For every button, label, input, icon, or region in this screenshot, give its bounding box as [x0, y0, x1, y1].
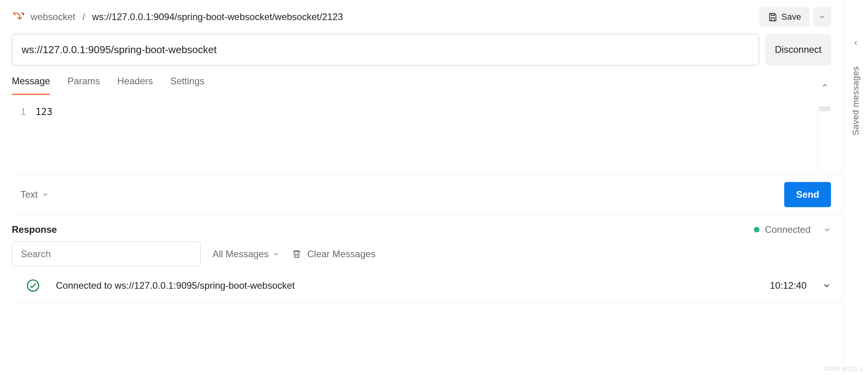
connection-status: Connected	[754, 224, 831, 235]
disconnect-button[interactable]: Disconnect	[765, 34, 831, 65]
chevron-down-icon	[42, 191, 49, 198]
save-button[interactable]: Save	[759, 7, 810, 27]
breadcrumb-separator: /	[82, 11, 85, 22]
editor-gutter: 1	[12, 106, 35, 174]
message-time: 10:12:40	[770, 280, 807, 291]
breadcrumb-workspace[interactable]: websocket	[31, 11, 75, 22]
message-expand-button[interactable]	[822, 281, 831, 290]
message-text: Connected to ws://127.0.0.1:9095/spring-…	[56, 280, 295, 291]
composer-bar: Text Send	[12, 174, 843, 215]
svg-point-0	[28, 280, 39, 291]
message-editor[interactable]: 1 123	[12, 95, 843, 174]
websocket-icon	[12, 10, 25, 24]
url-input[interactable]	[12, 34, 759, 65]
collapse-editor-button[interactable]	[818, 79, 831, 92]
editor-scrollbar[interactable]	[818, 106, 831, 174]
scrollbar-thumb[interactable]	[819, 106, 831, 111]
header-row: websocket / ws://127.0.0.1:9094/spring-b…	[12, 0, 843, 34]
chevron-down-icon	[823, 226, 831, 234]
editor-content[interactable]: 123	[35, 106, 52, 174]
rail-collapse-button[interactable]	[852, 39, 859, 46]
tab-params[interactable]: Params	[67, 76, 100, 95]
breadcrumb-request[interactable]: ws://127.0.0.1:9094/spring-boot-websocke…	[92, 11, 343, 22]
tab-headers[interactable]: Headers	[117, 76, 153, 95]
tab-settings[interactable]: Settings	[170, 76, 205, 95]
header-actions: Save	[759, 7, 831, 27]
watermark: CSDN @宗さん	[825, 366, 864, 373]
url-row: Disconnect	[12, 34, 843, 65]
clear-messages-button[interactable]: Clear Messages	[292, 249, 375, 260]
save-icon	[768, 12, 778, 22]
message-type-label: Text	[20, 189, 38, 200]
tab-message[interactable]: Message	[12, 76, 50, 95]
response-title: Response	[12, 224, 57, 235]
check-circle-icon	[26, 278, 40, 293]
message-row[interactable]: Connected to ws://127.0.0.1:9095/spring-…	[12, 268, 843, 303]
saved-messages-label[interactable]: Saved messages	[851, 66, 861, 136]
filter-label: All Messages	[212, 249, 269, 260]
tabs-row: Message Params Headers Settings	[12, 69, 843, 95]
status-text: Connected	[765, 224, 811, 235]
chevron-down-icon	[818, 13, 826, 20]
chevron-left-icon	[852, 39, 859, 46]
trash-icon	[292, 249, 302, 259]
save-label: Save	[781, 12, 801, 22]
line-number: 1	[12, 106, 26, 117]
status-dot-icon	[754, 227, 759, 232]
clear-label: Clear Messages	[307, 249, 375, 260]
chevron-up-icon	[821, 82, 829, 89]
chevron-down-icon	[822, 281, 831, 290]
right-rail: Saved messages	[843, 0, 868, 375]
message-filter-select[interactable]: All Messages	[212, 249, 280, 260]
response-toolbar: All Messages Clear Messages	[12, 241, 843, 267]
tabs: Message Params Headers Settings	[12, 76, 205, 95]
save-more-button[interactable]	[813, 7, 831, 27]
message-type-select[interactable]: Text	[17, 187, 52, 202]
breadcrumb: websocket / ws://127.0.0.1:9094/spring-b…	[31, 11, 343, 22]
send-button[interactable]: Send	[784, 182, 831, 207]
status-expand-button[interactable]	[823, 226, 831, 234]
message-search-input[interactable]	[12, 241, 201, 267]
chevron-down-icon	[273, 251, 280, 258]
response-header: Response Connected	[12, 215, 843, 241]
